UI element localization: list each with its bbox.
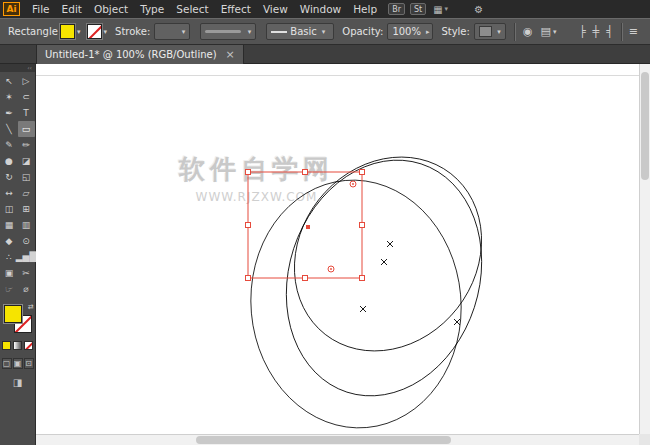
eraser-tool[interactable]: ◪ <box>18 153 35 169</box>
active-tool-label: Rectangle <box>8 26 54 37</box>
menu-object[interactable]: Object <box>88 0 134 18</box>
st-button[interactable]: St <box>410 3 426 15</box>
column-graph-tool[interactable]: ▂▅█ <box>18 249 35 265</box>
free-transform-tool[interactable]: ▱ <box>18 185 35 201</box>
menu-window[interactable]: Window <box>294 0 347 18</box>
brush-preview <box>205 30 241 33</box>
close-icon[interactable]: × <box>226 50 235 60</box>
center-x-mark <box>381 259 387 265</box>
selection-bbox[interactable] <box>248 172 362 278</box>
chevron-down-icon[interactable]: ▾ <box>77 28 81 36</box>
menu-help[interactable]: Help <box>347 0 383 18</box>
style-dropdown[interactable]: ▾ <box>474 23 506 40</box>
separator <box>514 23 515 41</box>
chevron-down-icon[interactable]: ▾ <box>445 5 449 13</box>
selection-tool[interactable]: ↖ <box>1 73 18 89</box>
gradient-button[interactable] <box>13 341 22 350</box>
collapse-panel-icon[interactable]: ‹‹ <box>0 64 35 72</box>
line-tool[interactable]: ╲ <box>1 121 18 137</box>
artboard-tool[interactable]: ▣ <box>1 265 18 281</box>
center-x-mark <box>360 306 366 312</box>
paintbrush-tool[interactable]: ✎ <box>1 137 18 153</box>
menu-select[interactable]: Select <box>170 0 214 18</box>
draw-behind-button[interactable]: ▣ <box>13 358 23 369</box>
color-mode-row <box>2 341 33 350</box>
artwork-layer[interactable] <box>36 64 639 434</box>
shape-builder-tool[interactable]: ◫ <box>1 201 18 217</box>
align-right-icon[interactable]: ╡ <box>606 25 613 38</box>
direct-selection-tool[interactable]: ▷ <box>18 73 35 89</box>
fill-color-control[interactable]: ▾ <box>60 24 81 39</box>
opacity-value: 100% <box>392 26 421 37</box>
none-button[interactable] <box>24 341 33 350</box>
type-tool[interactable]: T <box>18 105 35 121</box>
menu-effect[interactable]: Effect <box>215 0 257 18</box>
stroke-color-swatch[interactable] <box>87 24 102 39</box>
panel-menu-icon[interactable]: ≡ <box>629 25 638 38</box>
blob-brush-tool[interactable]: ● <box>1 153 18 169</box>
menu-view[interactable]: View <box>257 0 294 18</box>
selection-handle[interactable] <box>360 170 365 175</box>
brush-definition-dropdown[interactable]: ▾ <box>200 23 256 40</box>
menu-type[interactable]: Type <box>134 0 170 18</box>
selection-handle[interactable] <box>360 276 365 281</box>
chevron-down-icon: ▾ <box>248 28 252 36</box>
horizontal-scrollbar[interactable] <box>36 434 639 445</box>
ellipse-outline[interactable] <box>256 119 520 388</box>
draw-normal-button[interactable]: ▢ <box>2 358 12 369</box>
workspace-switcher-icon[interactable]: ⚙ <box>474 4 483 15</box>
stroke-color-control[interactable]: ▾ <box>87 24 108 39</box>
scale-tool[interactable]: ◱ <box>18 169 35 185</box>
doc-icon: ▤ <box>540 25 550 38</box>
fill-color-swatch[interactable] <box>60 24 75 39</box>
blend-tool[interactable]: ⊙ <box>18 233 35 249</box>
selection-handle[interactable] <box>303 170 308 175</box>
width-tool[interactable]: ↔ <box>1 185 18 201</box>
vertical-scrollbar-thumb[interactable] <box>641 72 649 180</box>
canvas-area[interactable]: 软件自学网 WWW.RJZXW.COM <box>36 64 650 445</box>
arrange-documents-icon[interactable]: ▦ <box>433 4 442 15</box>
rotate-tool[interactable]: ↻ <box>1 169 18 185</box>
fill-swatch[interactable] <box>4 305 22 323</box>
recolor-artwork-icon[interactable]: ◉ <box>523 25 533 38</box>
chevron-down-icon: ▾ <box>553 28 557 36</box>
align-left-icon[interactable]: ╞ <box>579 25 586 38</box>
menu-file[interactable]: File <box>26 0 56 18</box>
width-profile-dropdown[interactable]: Basic ▾ <box>266 23 334 40</box>
pen-tool[interactable]: ✒ <box>1 105 18 121</box>
chevron-down-icon[interactable]: ▾ <box>104 28 108 36</box>
document-setup-icon[interactable]: ▤ ▾ <box>540 25 556 38</box>
rectangle-tool[interactable]: ▭ <box>18 121 35 137</box>
br-button[interactable]: Br <box>388 3 405 15</box>
vertical-scrollbar[interactable] <box>639 64 650 434</box>
selection-handle[interactable] <box>246 276 251 281</box>
pencil-tool[interactable]: ✏ <box>18 137 35 153</box>
style-label: Style: <box>441 26 470 37</box>
hand-tool[interactable]: ☞ <box>1 281 18 297</box>
slice-tool[interactable]: ✂ <box>18 265 35 281</box>
menu-edit[interactable]: Edit <box>56 0 88 18</box>
opacity-dropdown[interactable]: 100% ▸ <box>387 23 433 40</box>
screen-mode-button[interactable]: ◨ <box>13 377 22 388</box>
swap-fill-stroke-icon[interactable]: ⇄ <box>28 303 34 311</box>
selection-handle[interactable] <box>303 276 308 281</box>
horizontal-scrollbar-thumb[interactable] <box>196 436 451 444</box>
magic-wand-tool[interactable]: ✶ <box>1 89 18 105</box>
selection-handle[interactable] <box>360 223 365 228</box>
perspective-grid-tool[interactable]: ⊞ <box>18 201 35 217</box>
document-tab[interactable]: Untitled-1* @ 100% (RGB/Outline) × <box>36 45 244 64</box>
style-swatch <box>479 26 492 37</box>
mesh-tool[interactable]: ▦ <box>1 217 18 233</box>
lasso-tool[interactable]: ⊂ <box>18 89 35 105</box>
eyedropper-tool[interactable]: ◆ <box>1 233 18 249</box>
color-button[interactable] <box>2 341 11 350</box>
gradient-tool[interactable]: ▥ <box>18 217 35 233</box>
draw-inside-button[interactable]: ⊡ <box>24 358 34 369</box>
selection-handle[interactable] <box>246 223 251 228</box>
zoom-tool[interactable]: ⌀ <box>18 281 35 297</box>
selection-handle[interactable] <box>246 170 251 175</box>
illustrator-window: Ai FileEditObjectTypeSelectEffectViewWin… <box>0 0 650 445</box>
fill-stroke-widget: ⇄ <box>4 305 32 333</box>
align-center-icon[interactable]: ╪ <box>593 25 600 38</box>
stroke-weight-dropdown[interactable]: ▾ <box>154 23 190 40</box>
